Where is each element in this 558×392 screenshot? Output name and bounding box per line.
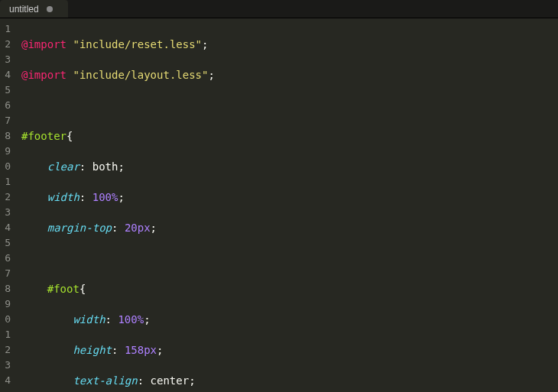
- code-line: width: 100%;: [21, 312, 558, 327]
- line-number: 8: [0, 281, 11, 296]
- line-number: 6: [0, 251, 11, 266]
- line-number: 1: [0, 21, 11, 37]
- line-number: 9: [0, 296, 11, 312]
- code-line: #foot{: [21, 281, 558, 296]
- tab-bar: untitled: [0, 0, 558, 18]
- line-number: 3: [0, 52, 11, 67]
- line-number: 8: [0, 128, 11, 144]
- tab-untitled[interactable]: untitled: [0, 0, 68, 18]
- line-number: 0: [0, 159, 11, 174]
- code-area[interactable]: @import "include/reset.less"; @import "i…: [17, 18, 558, 392]
- line-number: 3: [0, 358, 11, 373]
- line-number: 3: [0, 205, 11, 220]
- code-line: [21, 251, 558, 266]
- gutter: 1 2 3 4 5 6 7 8 9 0 1 2 3 4 5 6 7 8 9 0 …: [0, 18, 17, 392]
- line-number: 6: [0, 98, 11, 113]
- code-line: #footer{: [21, 128, 558, 144]
- code-line: @import "include/layout.less";: [21, 67, 558, 83]
- line-number: 4: [0, 373, 11, 388]
- line-number: 4: [0, 67, 11, 83]
- line-number: 5: [0, 235, 11, 251]
- editor: 1 2 3 4 5 6 7 8 9 0 1 2 3 4 5 6 7 8 9 0 …: [0, 18, 558, 392]
- code-line: margin-top: 20px;: [21, 220, 558, 235]
- line-number: 1: [0, 327, 11, 342]
- line-number: 0: [0, 312, 11, 327]
- code-line: clear: both;: [21, 159, 558, 174]
- line-number: 2: [0, 342, 11, 358]
- line-number: 2: [0, 190, 11, 205]
- code-line: text-align: center;: [21, 373, 558, 388]
- line-number: 7: [0, 266, 11, 281]
- modified-indicator-icon: [47, 6, 53, 12]
- code-line: width: 100%;: [21, 190, 558, 205]
- line-number: 4: [0, 220, 11, 235]
- line-number: 7: [0, 113, 11, 128]
- line-number: 2: [0, 37, 11, 52]
- code-line: @import "include/reset.less";: [21, 37, 558, 52]
- code-line: height: 158px;: [21, 342, 558, 358]
- line-number: 1: [0, 174, 11, 190]
- line-number: 5: [0, 83, 11, 98]
- tab-title: untitled: [9, 4, 39, 15]
- code-line: [21, 98, 558, 113]
- line-number: 9: [0, 144, 11, 159]
